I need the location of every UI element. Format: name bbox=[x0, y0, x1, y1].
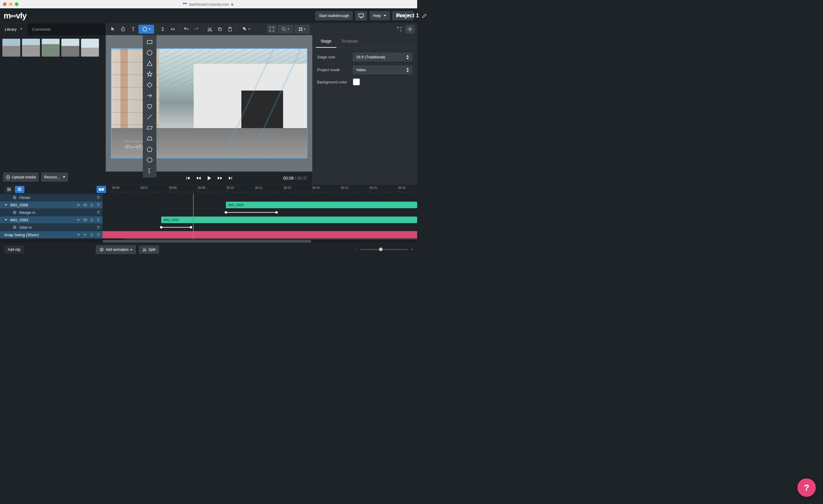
shape-circle[interactable] bbox=[144, 48, 155, 58]
shape-star[interactable] bbox=[144, 69, 155, 79]
arrange-tool[interactable] bbox=[239, 25, 254, 34]
skip-end-button[interactable] bbox=[227, 175, 234, 181]
trash-icon[interactable] bbox=[96, 202, 101, 207]
library-thumbnail[interactable] bbox=[81, 39, 99, 56]
playhead[interactable] bbox=[193, 194, 194, 239]
record-button[interactable]: Record... bbox=[41, 172, 68, 182]
clip-img0389[interactable]: IMG_0389 bbox=[226, 202, 417, 208]
waveform-icon[interactable] bbox=[76, 232, 81, 237]
trash-icon[interactable] bbox=[96, 225, 101, 230]
logo[interactable]: mvly bbox=[4, 11, 26, 21]
track-row[interactable]: Slide in bbox=[0, 224, 103, 231]
timeline-scrollbar[interactable] bbox=[0, 239, 417, 243]
lock-icon[interactable] bbox=[90, 217, 94, 222]
track-row[interactable]: Flicker bbox=[0, 194, 103, 201]
timeline-view-list[interactable] bbox=[4, 186, 14, 193]
play-button[interactable] bbox=[206, 175, 212, 181]
align-horizontal-tool[interactable] bbox=[168, 25, 178, 34]
track-row[interactable]: IMG_0393 bbox=[0, 216, 103, 224]
skip-start-button[interactable] bbox=[184, 175, 191, 181]
tab-template[interactable]: Template bbox=[336, 35, 363, 48]
clip-audio[interactable] bbox=[103, 231, 417, 238]
paste-button[interactable] bbox=[225, 25, 235, 34]
clip-img0393[interactable]: IMG_0393 bbox=[161, 216, 417, 223]
redo-button[interactable] bbox=[192, 25, 201, 34]
eye-icon[interactable] bbox=[83, 202, 88, 207]
canvas-area[interactable]: a story made with m●●vly bbox=[106, 35, 312, 172]
library-thumbnail[interactable] bbox=[42, 39, 59, 56]
bg-color-chip[interactable] bbox=[353, 78, 360, 86]
zoom-tool[interactable] bbox=[278, 25, 293, 34]
zoom-out[interactable]: − bbox=[355, 247, 357, 252]
cut-button[interactable] bbox=[205, 25, 214, 34]
zoom-in[interactable]: + bbox=[410, 247, 413, 252]
timeline-ruler[interactable]: 00:0600:0700:0800:0900:1000:1100:1200:13… bbox=[106, 185, 417, 194]
shape-triangle[interactable] bbox=[144, 58, 155, 68]
library-thumbnail[interactable] bbox=[22, 39, 40, 56]
lock-icon[interactable] bbox=[90, 232, 94, 237]
shape-trapezoid[interactable] bbox=[144, 134, 155, 144]
lock-icon[interactable] bbox=[90, 202, 94, 207]
library-thumbnail[interactable] bbox=[61, 39, 79, 56]
start-walkthrough-button[interactable]: Start walkthrough bbox=[315, 11, 352, 20]
text-tool[interactable]: T bbox=[128, 25, 138, 34]
select-tool[interactable] bbox=[108, 25, 118, 34]
upload-media-button[interactable]: Upload media bbox=[3, 172, 39, 182]
waveform-icon[interactable] bbox=[76, 202, 81, 207]
animation-bar[interactable] bbox=[161, 227, 191, 227]
copy-button[interactable] bbox=[215, 25, 225, 34]
pan-tool[interactable] bbox=[118, 25, 128, 34]
shape-hexagon[interactable] bbox=[144, 155, 155, 165]
library-thumbnail[interactable] bbox=[2, 39, 20, 56]
project-mode-select[interactable]: Video bbox=[353, 65, 413, 74]
timeline-mode-a[interactable] bbox=[97, 186, 106, 193]
zoom-slider-track[interactable] bbox=[360, 249, 407, 250]
fast-forward-button[interactable] bbox=[217, 175, 223, 181]
split-button[interactable]: Split bbox=[139, 245, 159, 254]
add-animation-button[interactable]: Add animation bbox=[96, 245, 136, 254]
trash-icon[interactable] bbox=[96, 195, 101, 200]
shape-heart[interactable] bbox=[144, 101, 155, 112]
waveform-icon[interactable] bbox=[76, 217, 81, 222]
timeline-view-detailed[interactable] bbox=[15, 186, 24, 193]
zoom-slider-thumb[interactable] bbox=[379, 247, 382, 251]
volume-icon[interactable] bbox=[83, 232, 88, 237]
tools-icon[interactable] bbox=[394, 25, 404, 34]
scrollbar-thumb[interactable] bbox=[103, 240, 311, 242]
minimize-window[interactable] bbox=[9, 2, 12, 6]
settings-icon[interactable] bbox=[405, 25, 415, 34]
shape-arrow[interactable] bbox=[144, 91, 155, 101]
track-row[interactable]: IMG_0389 bbox=[0, 201, 103, 209]
preview-button[interactable] bbox=[355, 11, 367, 21]
stage-size-select[interactable]: 16:9 (Traditional) bbox=[353, 53, 413, 61]
shape-parallelogram[interactable] bbox=[144, 123, 155, 133]
track-row[interactable]: Snap Swing (30sec) bbox=[0, 231, 103, 238]
tab-library[interactable]: Library bbox=[0, 23, 27, 35]
shape-bracket[interactable] bbox=[144, 166, 155, 176]
rewind-button[interactable] bbox=[195, 175, 202, 181]
eye-icon[interactable] bbox=[83, 217, 88, 222]
trash-icon[interactable] bbox=[96, 217, 101, 222]
add-clip-button[interactable]: Add clip bbox=[4, 245, 24, 254]
grid-tool[interactable] bbox=[294, 25, 310, 34]
undo-button[interactable] bbox=[181, 25, 191, 34]
align-vertical-tool[interactable] bbox=[158, 25, 167, 34]
trash-icon[interactable] bbox=[96, 210, 101, 215]
chevron-down-icon[interactable] bbox=[4, 203, 8, 207]
shape-tool[interactable] bbox=[139, 25, 154, 34]
chevron-down-icon[interactable] bbox=[4, 218, 8, 222]
tab-comments[interactable]: Comments bbox=[27, 23, 56, 35]
close-window[interactable] bbox=[3, 2, 7, 6]
animation-bar[interactable] bbox=[226, 212, 277, 213]
tab-stage[interactable]: Stage bbox=[316, 35, 336, 48]
shape-pentagon[interactable] bbox=[144, 144, 155, 154]
maximize-window[interactable] bbox=[15, 2, 18, 6]
shape-rectangle[interactable] bbox=[144, 37, 155, 47]
track-row[interactable]: Wedge in bbox=[0, 209, 103, 216]
canvas-stage[interactable]: a story made with m●●vly bbox=[111, 48, 308, 158]
fit-screen-button[interactable] bbox=[267, 25, 277, 34]
shape-line[interactable] bbox=[144, 112, 155, 122]
trash-icon[interactable] bbox=[96, 232, 101, 237]
help-button[interactable]: Help bbox=[369, 11, 390, 20]
clip-area[interactable]: IMG_0389 IMG_0393 bbox=[103, 194, 417, 239]
